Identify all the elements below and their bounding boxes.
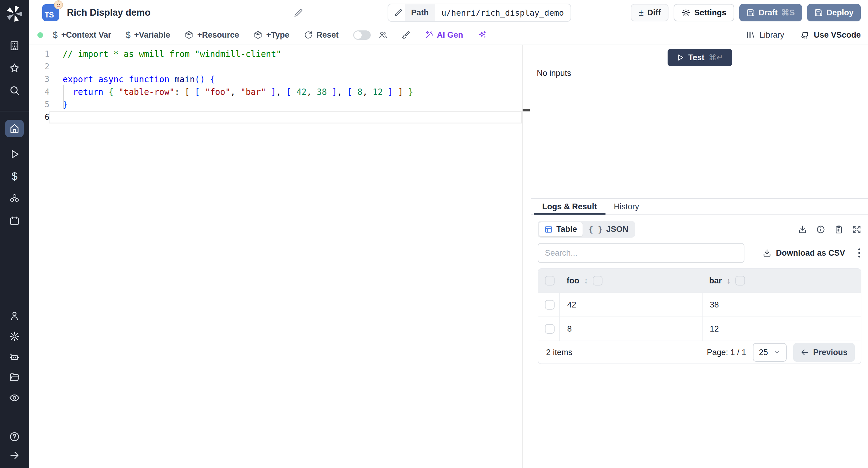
sidebar-expand[interactable] bbox=[9, 450, 20, 461]
draft-button[interactable]: Draft ⌘S bbox=[739, 4, 802, 22]
row-checkbox[interactable] bbox=[545, 324, 555, 334]
sidebar-item-settings[interactable] bbox=[9, 331, 20, 342]
tab-logs-result[interactable]: Logs & Result bbox=[534, 199, 606, 214]
diff-mode-toggle[interactable] bbox=[353, 30, 371, 40]
braces-icon: { } bbox=[589, 225, 603, 234]
edit-title-button[interactable] bbox=[294, 8, 304, 18]
code-editor[interactable]: 1// import * as wmill from "windmill-cli… bbox=[29, 45, 531, 468]
path-control[interactable]: Path u/henri/rich_display_demo bbox=[388, 4, 571, 22]
add-context-var-button[interactable]: $ +Context Var bbox=[53, 30, 111, 40]
sidebar-item-runs[interactable] bbox=[9, 149, 20, 160]
ai-gen-button[interactable]: AI Gen bbox=[424, 30, 463, 40]
sidebar-item-workers[interactable] bbox=[9, 352, 20, 362]
variable-label: +Variable bbox=[134, 30, 170, 40]
result-tabs: Logs & Result History bbox=[531, 199, 868, 215]
robot-icon bbox=[9, 352, 20, 362]
column-header-bar[interactable]: bar bbox=[709, 276, 722, 286]
expand-icon[interactable] bbox=[852, 225, 861, 234]
home-icon bbox=[9, 123, 20, 134]
sidebar: $ bbox=[0, 0, 29, 468]
info-icon[interactable] bbox=[816, 225, 825, 234]
code-line[interactable]: 5} bbox=[29, 98, 531, 111]
download-csv-button[interactable]: Download as CSV bbox=[763, 248, 845, 258]
table-footer: 2 items Page: 1 / 1 25 Pre bbox=[538, 341, 861, 364]
code-line[interactable]: 1// import * as wmill from "windmill-cli… bbox=[29, 47, 531, 60]
code-line[interactable]: 3export async function main() { bbox=[29, 73, 531, 86]
deploy-button[interactable]: Deploy bbox=[807, 4, 861, 22]
column-filter-box[interactable] bbox=[735, 276, 745, 286]
sidebar-item-home[interactable] bbox=[5, 120, 24, 137]
add-variable-button[interactable]: $ +Variable bbox=[126, 30, 170, 40]
code-line-content bbox=[50, 111, 522, 124]
diff-button[interactable]: ± Diff bbox=[631, 4, 669, 22]
view-toggle-json[interactable]: { } JSON bbox=[583, 222, 634, 236]
test-button[interactable]: Test ⌘↵ bbox=[668, 49, 732, 66]
page-indicator: Page: 1 / 1 bbox=[707, 348, 746, 357]
reset-button[interactable]: Reset bbox=[304, 30, 339, 40]
view-toggle-table[interactable]: Table bbox=[539, 222, 583, 236]
play-icon bbox=[9, 149, 20, 160]
add-resource-button[interactable]: +Resource bbox=[184, 30, 239, 40]
line-number: 4 bbox=[29, 87, 50, 96]
settings-button[interactable]: Settings bbox=[674, 4, 734, 22]
path-value[interactable]: u/henri/rich_display_demo bbox=[435, 4, 570, 21]
collaborators-button[interactable] bbox=[378, 30, 388, 39]
gear-icon bbox=[681, 8, 690, 17]
code-line-content bbox=[50, 60, 522, 73]
code-lines: 1// import * as wmill from "windmill-cli… bbox=[29, 47, 531, 124]
sidebar-item-variables[interactable]: $ bbox=[11, 171, 18, 182]
sidebar-divider bbox=[0, 111, 29, 111]
folder-icon bbox=[9, 372, 20, 383]
editor-cursor-marker bbox=[523, 109, 530, 111]
sidebar-item-user[interactable] bbox=[9, 310, 20, 321]
ai-gen-label: AI Gen bbox=[437, 30, 463, 40]
cell-foo: 8 bbox=[559, 317, 702, 341]
sidebar-item-search[interactable] bbox=[9, 85, 20, 96]
sidebar-item-folders[interactable] bbox=[9, 372, 20, 383]
code-line[interactable]: 6 bbox=[29, 111, 531, 124]
use-vscode-button[interactable]: Use VScode bbox=[800, 30, 861, 40]
column-header-foo[interactable]: foo bbox=[567, 276, 579, 286]
table-menu-button[interactable] bbox=[857, 247, 861, 259]
sidebar-item-help[interactable] bbox=[9, 431, 20, 442]
clipboard-copy-icon[interactable] bbox=[834, 225, 843, 234]
windmill-logo[interactable] bbox=[5, 4, 24, 22]
no-inputs-text: No inputs bbox=[537, 69, 571, 78]
sidebar-item-resources[interactable] bbox=[9, 193, 20, 204]
code-line[interactable]: 2 bbox=[29, 60, 531, 73]
wand-icon bbox=[424, 30, 433, 39]
select-all-checkbox[interactable] bbox=[545, 276, 555, 286]
search-icon bbox=[9, 85, 20, 96]
arrow-right-icon bbox=[9, 450, 20, 461]
download-icon[interactable] bbox=[798, 225, 807, 234]
sidebar-item-workspace[interactable] bbox=[9, 40, 20, 51]
sort-icon[interactable]: ↕ bbox=[584, 276, 588, 286]
right-panel: Test ⌘↵ No inputs Logs & Result History bbox=[531, 45, 868, 468]
sidebar-item-schedules[interactable] bbox=[9, 215, 20, 227]
code-line[interactable]: 4 return { "table-row": [ [ "foo", "bar"… bbox=[29, 86, 531, 98]
topbar: TS Rich Display demo Path u/henri/rich_d… bbox=[29, 0, 868, 25]
play-icon bbox=[676, 54, 684, 61]
arrow-left-icon bbox=[801, 348, 809, 357]
previous-page-button[interactable]: Previous bbox=[793, 343, 855, 362]
context-var-label: +Context Var bbox=[61, 30, 111, 40]
result-body: Table { } JSON bbox=[531, 215, 868, 364]
sidebar-item-favorites[interactable] bbox=[9, 63, 20, 73]
calendar-icon bbox=[9, 215, 20, 227]
test-label: Test bbox=[688, 53, 705, 62]
add-type-button[interactable]: +Type bbox=[253, 30, 289, 40]
line-number: 5 bbox=[29, 100, 50, 109]
library-button[interactable]: Library bbox=[746, 30, 784, 40]
search-input[interactable] bbox=[538, 243, 744, 263]
download-icon bbox=[763, 248, 772, 258]
column-filter-box[interactable] bbox=[593, 276, 602, 286]
sort-icon[interactable]: ↕ bbox=[727, 276, 731, 286]
row-checkbox[interactable] bbox=[545, 300, 555, 310]
cell-bar: 38 bbox=[702, 293, 861, 316]
code-line-content: } bbox=[50, 98, 522, 111]
page-size-select[interactable]: 25 bbox=[753, 343, 786, 362]
ai-sparkles-button[interactable] bbox=[478, 30, 487, 39]
tab-history[interactable]: History bbox=[606, 199, 648, 214]
sidebar-item-audit[interactable] bbox=[9, 392, 20, 403]
format-button[interactable] bbox=[401, 30, 410, 39]
